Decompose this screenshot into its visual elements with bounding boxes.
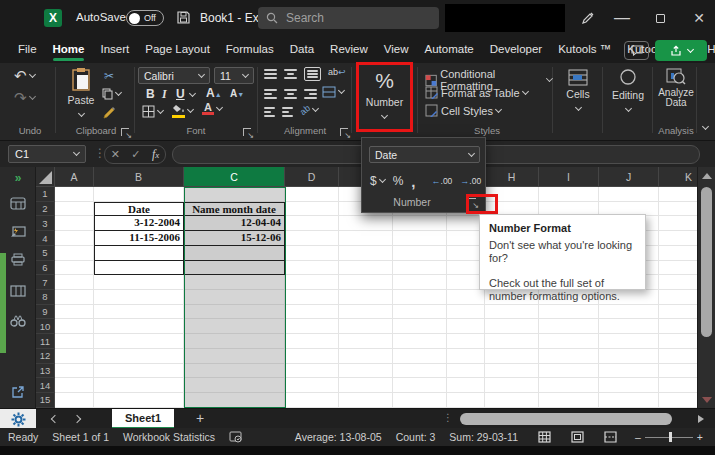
cell-I9[interactable] (539, 305, 599, 320)
redo-button[interactable]: ↷ (14, 89, 35, 107)
cell-F14[interactable] (393, 378, 447, 393)
cell-G14[interactable] (447, 378, 485, 393)
enter-button[interactable]: ✓ (131, 148, 140, 161)
cell-D15[interactable] (285, 393, 339, 408)
editing-button[interactable]: Editing (606, 63, 650, 113)
pane-handle[interactable] (0, 253, 6, 353)
merge-center-button[interactable] (322, 86, 344, 98)
row-header-8[interactable]: 8 (36, 290, 55, 305)
cell-D10[interactable] (285, 319, 339, 334)
cell-J9[interactable] (599, 305, 659, 320)
cell-B3[interactable]: 3-12-2004 (94, 216, 184, 231)
cell-H15[interactable] (485, 393, 539, 408)
column-header-C[interactable]: C (184, 167, 285, 187)
cell-K6[interactable] (659, 261, 697, 276)
row-header-2[interactable]: 2 (36, 202, 55, 217)
sheet-nav-left-button[interactable] (51, 415, 59, 423)
cell-E11[interactable] (339, 334, 393, 349)
wrap-text-icon[interactable]: ab↩ (328, 67, 346, 77)
cell-F9[interactable] (393, 305, 447, 320)
scroll-down-icon[interactable] (702, 397, 712, 403)
row-header-5[interactable]: 5 (36, 246, 55, 261)
cell-G9[interactable] (447, 305, 485, 320)
cell-K1[interactable] (659, 187, 697, 202)
row-header-3[interactable]: 3 (36, 216, 55, 231)
sheet-tab-sheet1[interactable]: Sheet1 (112, 409, 174, 429)
expand-pane-icon[interactable]: » (0, 171, 36, 185)
cell-H9[interactable] (485, 305, 539, 320)
cell-G8[interactable] (447, 290, 485, 305)
share-button[interactable] (655, 40, 707, 61)
cell-E14[interactable] (339, 378, 393, 393)
increase-decimal-button[interactable]: ←.00 (432, 176, 453, 186)
cell-A9[interactable] (55, 305, 94, 320)
comments-button[interactable] (624, 41, 649, 60)
fill-color-button[interactable] (172, 103, 193, 118)
cell-G11[interactable] (447, 334, 485, 349)
cell-D12[interactable] (285, 349, 339, 364)
maximize-button[interactable] (645, 6, 675, 30)
cell-E5[interactable] (339, 246, 393, 261)
cell-I14[interactable] (539, 378, 599, 393)
name-box[interactable]: C1 (8, 145, 86, 163)
italic-button[interactable]: I (162, 87, 167, 102)
tab-formulas[interactable]: Formulas (218, 37, 282, 62)
cell-D5[interactable] (285, 246, 339, 261)
cell-F10[interactable] (393, 319, 447, 334)
tab-developer[interactable]: Developer (482, 37, 550, 62)
cell-H12[interactable] (485, 349, 539, 364)
tab-data[interactable]: Data (282, 37, 322, 62)
cell-C4[interactable]: 15-12-06 (184, 231, 285, 246)
tab-file[interactable]: File (10, 37, 45, 62)
cell-B14[interactable] (94, 378, 184, 393)
cell-J12[interactable] (599, 349, 659, 364)
row-header-6[interactable]: 6 (36, 261, 55, 276)
cell-A6[interactable] (55, 261, 94, 276)
minimize-button[interactable]: — (607, 6, 637, 30)
cell-B11[interactable] (94, 334, 184, 349)
select-all-button[interactable] (36, 167, 55, 187)
number-dialog-launcher[interactable] (468, 198, 478, 208)
cell-C14[interactable] (184, 378, 285, 393)
cell-E12[interactable] (339, 349, 393, 364)
cell-K11[interactable] (659, 334, 697, 349)
analyze-data-button[interactable]: AnalyzeData (656, 63, 696, 108)
cell-A14[interactable] (55, 378, 94, 393)
row-header-11[interactable]: 11 (36, 334, 55, 349)
row-header-14[interactable]: 14 (36, 378, 55, 393)
cell-G15[interactable] (447, 393, 485, 408)
row-header-12[interactable]: 12 (36, 349, 55, 364)
cell-I12[interactable] (539, 349, 599, 364)
pen-icon[interactable] (572, 6, 602, 30)
cell-B9[interactable] (94, 305, 184, 320)
cell-E8[interactable] (339, 290, 393, 305)
cell-C1[interactable] (184, 187, 285, 202)
number-format-button[interactable]: % Number (359, 63, 410, 132)
cell-G13[interactable] (447, 364, 485, 379)
cell-C15[interactable] (184, 393, 285, 408)
cell-H1[interactable] (485, 187, 539, 202)
cell-K5[interactable] (659, 246, 697, 261)
cell-H10[interactable] (485, 319, 539, 334)
cell-D1[interactable] (285, 187, 339, 202)
cells-button[interactable]: Cells (556, 63, 600, 112)
cell-A13[interactable] (55, 364, 94, 379)
scroll-right-icon[interactable] (698, 415, 704, 423)
alignment-dialog-launcher[interactable] (340, 128, 350, 138)
cell-J14[interactable] (599, 378, 659, 393)
view-page-layout-button[interactable] (571, 431, 584, 443)
vertical-scrollbar[interactable] (697, 167, 715, 408)
cell-I11[interactable] (539, 334, 599, 349)
cell-A5[interactable] (55, 246, 94, 261)
ribbon-collapse-icon[interactable] (702, 123, 709, 130)
row-header-15[interactable]: 15 (36, 393, 55, 408)
cell-B1[interactable] (94, 187, 184, 202)
cell-F7[interactable] (393, 275, 447, 290)
cell-C11[interactable] (184, 334, 285, 349)
cell-A4[interactable] (55, 231, 94, 246)
cell-K14[interactable] (659, 378, 697, 393)
font-dialog-launcher[interactable] (243, 128, 253, 138)
cell-E9[interactable] (339, 305, 393, 320)
cell-K4[interactable] (659, 231, 697, 246)
status-count[interactable]: Count: 3 (396, 431, 436, 443)
